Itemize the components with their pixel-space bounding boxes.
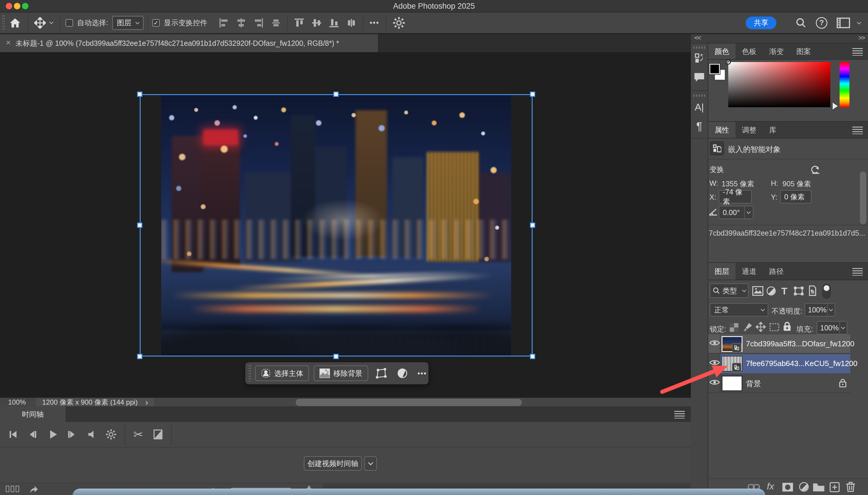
tab-channels[interactable]: 通道: [735, 263, 763, 280]
tab-color[interactable]: 颜色: [708, 44, 735, 59]
properties-scrollbar[interactable]: [860, 172, 866, 224]
transform-handle-top-right[interactable]: [530, 91, 535, 97]
opacity-dropdown[interactable]: 100%: [804, 303, 835, 317]
taskbar-grip[interactable]: [249, 365, 251, 381]
transform-handle-bottom-right[interactable]: [530, 354, 535, 359]
canvas-area[interactable]: 选择主体 移除背景 •••: [0, 52, 691, 397]
properties-panel-menu-icon[interactable]: [852, 127, 863, 134]
filter-toggle-switch[interactable]: [822, 284, 831, 298]
foreground-color-swatch[interactable]: [710, 64, 720, 74]
adjustment-half-circle-icon[interactable]: [397, 368, 408, 378]
hue-strip[interactable]: [839, 62, 849, 107]
add-layer-mask-icon[interactable]: [782, 482, 794, 492]
y-position-input[interactable]: 0 像素: [780, 190, 812, 203]
layer-thumbnail[interactable]: [721, 376, 743, 391]
select-subject-button[interactable]: 选择主体: [255, 365, 309, 381]
timeline-tab[interactable]: 时间轴: [0, 406, 66, 422]
scissors-icon[interactable]: ✂: [133, 428, 143, 441]
move-tool-preset-chevron[interactable]: [49, 20, 53, 24]
comments-panel-icon[interactable]: [691, 68, 708, 87]
more-options-icon[interactable]: •••: [370, 18, 379, 27]
reset-transform-icon[interactable]: [810, 163, 821, 174]
visibility-eye-icon[interactable]: [710, 378, 720, 386]
align-bottom-edges-icon[interactable]: [329, 18, 339, 28]
distribute-vertical-icon[interactable]: [346, 18, 356, 28]
zoom-level[interactable]: 100%: [8, 398, 26, 406]
home-button[interactable]: [5, 14, 25, 32]
layer-row-active[interactable]: 7fee6795ab643...KeCU5_fw1200: [708, 354, 850, 373]
new-layer-icon[interactable]: [830, 482, 840, 492]
tab-paths[interactable]: 路径: [763, 263, 790, 280]
paragraph-panel-icon[interactable]: ¶: [691, 117, 708, 136]
lock-all-icon[interactable]: [782, 321, 792, 332]
close-tab-icon[interactable]: ×: [6, 38, 11, 48]
first-frame-icon[interactable]: [8, 429, 18, 439]
background-lock-icon[interactable]: [839, 378, 847, 388]
transition-icon[interactable]: [153, 429, 163, 440]
workspace-switcher-icon[interactable]: [837, 17, 850, 29]
audio-mute-icon[interactable]: [87, 430, 96, 439]
collapse-panels-right-icon[interactable]: >>: [858, 34, 865, 42]
filter-smart-objects-icon[interactable]: [807, 286, 817, 296]
filter-adjustment-layers-icon[interactable]: [766, 286, 776, 296]
help-icon[interactable]: ?: [816, 17, 828, 29]
transform-handle-top-center[interactable]: [334, 91, 339, 97]
tab-swatches[interactable]: 色板: [735, 44, 763, 59]
tab-libraries[interactable]: 库: [763, 122, 783, 138]
color-panel-menu-icon[interactable]: [852, 48, 863, 56]
hue-slider-arrow[interactable]: [833, 103, 838, 109]
lock-transparency-icon[interactable]: [730, 323, 738, 332]
layer-row-background[interactable]: 背景: [708, 374, 850, 393]
align-center-horizontal-icon[interactable]: [236, 18, 246, 28]
lock-pixels-brush-icon[interactable]: [743, 322, 753, 332]
create-video-timeline-button[interactable]: 创建视频时间轴: [304, 456, 362, 471]
transform-handle-bottom-center[interactable]: [334, 354, 339, 359]
taskbar-more-icon[interactable]: •••: [418, 369, 427, 378]
previous-frame-icon[interactable]: [28, 429, 38, 439]
collapse-panels-left-icon[interactable]: <<: [694, 34, 701, 42]
remove-background-button[interactable]: 移除背景: [314, 365, 368, 381]
dock-group1-grip[interactable]: [694, 46, 705, 49]
align-top-edges-icon[interactable]: [294, 18, 304, 28]
transform-distort-icon[interactable]: [376, 368, 387, 378]
delete-layer-trash-icon[interactable]: [846, 481, 855, 492]
status-chevron-icon[interactable]: ›: [145, 397, 148, 407]
play-icon[interactable]: [48, 429, 58, 440]
x-position-input[interactable]: -74 像素: [719, 190, 752, 203]
layer-row[interactable]: 7cbd399aa5ff3...DOfasr_fw1200: [708, 335, 850, 354]
filter-shape-layers-icon[interactable]: [794, 286, 804, 296]
transform-handle-middle-left[interactable]: [137, 223, 142, 228]
distribute-horizontal-icon[interactable]: [271, 18, 281, 28]
auto-select-dropdown[interactable]: 图层: [112, 16, 143, 30]
tab-gradients[interactable]: 渐变: [763, 44, 790, 59]
layer-filter-type-dropdown[interactable]: 类型: [710, 284, 749, 298]
new-group-folder-icon[interactable]: [813, 482, 825, 492]
fill-dropdown[interactable]: 100%: [817, 321, 847, 335]
version-history-panel-icon[interactable]: [691, 49, 708, 68]
move-tool-button[interactable]: [31, 14, 49, 32]
doc-dimensions-box[interactable]: 1200 像素 x 900 像素 (144 ppi) ›: [36, 398, 154, 406]
options-bar-grip[interactable]: [2, 15, 5, 31]
align-center-vertical-icon[interactable]: [312, 18, 322, 28]
document-tab[interactable]: × 未标题-1 @ 100% (7cbd399aa5ff32ee1e757f48…: [0, 34, 379, 52]
transform-bounding-box[interactable]: [140, 94, 532, 357]
transform-handle-bottom-left[interactable]: [137, 354, 142, 359]
lock-position-icon[interactable]: [756, 322, 766, 332]
transform-handle-top-left[interactable]: [137, 91, 142, 97]
filter-pixel-layers-icon[interactable]: [752, 286, 763, 296]
align-left-edges-icon[interactable]: [219, 18, 229, 28]
canvas-horizontal-scrollbar[interactable]: [296, 399, 522, 406]
visibility-eye-icon[interactable]: [710, 359, 720, 366]
angle-dropdown-chevron[interactable]: [747, 210, 751, 214]
color-picker-cursor[interactable]: [726, 59, 731, 65]
tab-patterns[interactable]: 图案: [790, 44, 817, 59]
frames-view-icon[interactable]: [6, 486, 19, 492]
tab-layers[interactable]: 图层: [708, 263, 735, 280]
search-icon[interactable]: [796, 17, 806, 29]
lock-artboard-icon[interactable]: [769, 323, 780, 332]
workspace-chevron[interactable]: [857, 20, 861, 24]
color-saturation-field[interactable]: [728, 62, 830, 107]
render-share-icon[interactable]: [28, 484, 38, 494]
blend-mode-dropdown[interactable]: 正常: [710, 303, 768, 317]
add-adjustment-layer-icon[interactable]: [799, 482, 809, 492]
